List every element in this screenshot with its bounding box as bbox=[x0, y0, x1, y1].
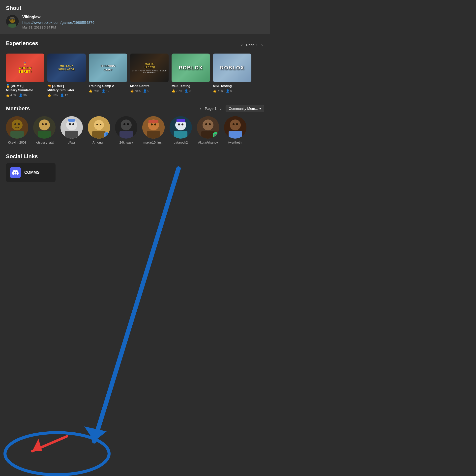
svg-point-38 bbox=[154, 123, 156, 125]
experiences-page-label: Page 1 bbox=[246, 43, 258, 47]
game-card-4[interactable]: ROBLOX MS2 Testing 👍 70% 👤 0 bbox=[172, 54, 210, 97]
svg-rect-41 bbox=[174, 131, 187, 139]
member-item-7[interactable]: 🎮 AkulaArkanov bbox=[197, 116, 219, 144]
svg-rect-36 bbox=[149, 120, 158, 123]
members-prev-button[interactable]: ‹ bbox=[198, 105, 203, 112]
thumbs-up-icon-1: 👍 bbox=[47, 93, 51, 97]
svg-point-29 bbox=[121, 119, 132, 130]
chevron-down-icon: ▾ bbox=[259, 107, 261, 111]
game-thumb-5: ROBLOX bbox=[213, 54, 251, 82]
member-item-3[interactable]: 👤 Among... bbox=[88, 116, 110, 144]
game-players-3: 👤 0 bbox=[143, 89, 149, 93]
game-thumb-2: TRAININGCAMP bbox=[89, 54, 127, 82]
game-stats-1: 👍 53% 👤 12 bbox=[47, 93, 86, 97]
game-thumbnail-3: MAFIAUPDATE START YOUR OWN MAFIA, BUILD … bbox=[130, 54, 169, 82]
svg-rect-14 bbox=[38, 131, 51, 139]
svg-point-57 bbox=[5, 433, 109, 475]
svg-point-11 bbox=[18, 123, 20, 125]
member-item-0[interactable]: Kkevinn2008 bbox=[6, 116, 28, 144]
game-players-4: 👤 0 bbox=[184, 89, 191, 93]
game-card-0[interactable]: 🏅 GREEN BERET! 🏅 [ARMY!]Military Simulat… bbox=[6, 54, 44, 97]
member-item-4[interactable]: 24k_sasy bbox=[115, 116, 137, 144]
members-next-button[interactable]: › bbox=[219, 105, 223, 112]
member-name-0: Kkevinn2008 bbox=[8, 141, 26, 144]
players-icon-3: 👤 bbox=[143, 89, 147, 93]
member-name-1: notsussy_atal bbox=[34, 141, 54, 144]
svg-point-8 bbox=[12, 119, 23, 130]
shout-title: Shout bbox=[6, 5, 264, 11]
member-badge-3: 👤 bbox=[104, 132, 110, 138]
member-item-6[interactable]: patarock2 bbox=[170, 116, 192, 144]
shout-content: Vikinglaw https://www.roblox.com/games/2… bbox=[6, 15, 264, 29]
member-item-2[interactable]: JAaz bbox=[60, 116, 83, 144]
shout-username[interactable]: Vikinglaw bbox=[22, 15, 94, 19]
members-filter-dropdown[interactable]: Community Mem... ▾ bbox=[226, 105, 264, 112]
svg-point-51 bbox=[230, 119, 241, 130]
member-item-1[interactable]: notsussy_atal bbox=[33, 116, 56, 144]
players-icon-5: 👤 bbox=[226, 89, 230, 93]
game-card-3[interactable]: MAFIAUPDATE START YOUR OWN MAFIA, BUILD … bbox=[130, 54, 169, 97]
svg-point-6 bbox=[13, 19, 15, 21]
svg-point-21 bbox=[72, 123, 74, 125]
discord-icon bbox=[10, 167, 21, 178]
svg-rect-2 bbox=[8, 24, 16, 28]
svg-point-16 bbox=[45, 123, 47, 125]
shout-section: Shout Vikinglaw https://www.roblox.com/g… bbox=[0, 0, 270, 34]
member-avatar-7: 🎮 bbox=[197, 116, 219, 139]
svg-rect-52 bbox=[229, 131, 242, 139]
member-avatar-3: 👤 bbox=[88, 116, 110, 139]
players-icon-0: 👤 bbox=[19, 93, 23, 97]
game-name-2: Training Camp 2 bbox=[89, 84, 127, 88]
svg-point-13 bbox=[39, 119, 50, 130]
thumbs-up-icon-4: 👍 bbox=[172, 89, 175, 93]
members-section: Members ‹ Page 1 › Community Mem... ▾ bbox=[0, 101, 270, 148]
game-stats-4: 👍 70% 👤 0 bbox=[172, 89, 210, 93]
experiences-prev-button[interactable]: ‹ bbox=[239, 41, 244, 49]
game-card-1[interactable]: MILITARYSIMULATOR 🔫 [ARMY]Military Simul… bbox=[47, 54, 86, 97]
member-name-8: tylerthethi bbox=[228, 141, 242, 144]
thumbs-up-icon-5: 👍 bbox=[213, 89, 217, 93]
social-link-discord[interactable]: COMMS bbox=[6, 163, 56, 182]
game-stats-3: 👍 68% 👤 0 bbox=[130, 89, 169, 93]
game-card-5[interactable]: ROBLOX MS1 Testing 👍 71% 👤 0 bbox=[213, 54, 251, 97]
svg-rect-19 bbox=[65, 131, 78, 139]
svg-point-48 bbox=[205, 123, 207, 125]
game-thumb-3: MAFIAUPDATE START YOUR OWN MAFIA, BUILD … bbox=[130, 54, 169, 82]
member-name-7: AkulaArkanov bbox=[198, 141, 218, 144]
svg-point-31 bbox=[123, 123, 125, 125]
svg-rect-42 bbox=[177, 119, 185, 122]
shout-url[interactable]: https://www.roblox.com/games/2988554876 bbox=[22, 20, 94, 25]
member-item-5[interactable]: maxin10_lm... bbox=[142, 116, 165, 144]
member-avatar-8 bbox=[224, 116, 246, 139]
svg-rect-4 bbox=[10, 18, 15, 19]
game-rating-3: 👍 68% bbox=[130, 89, 141, 93]
svg-point-44 bbox=[181, 123, 183, 125]
shout-info: Vikinglaw https://www.roblox.com/games/2… bbox=[22, 15, 94, 29]
game-stats-5: 👍 71% 👤 0 bbox=[213, 89, 251, 93]
member-avatar-5 bbox=[142, 116, 165, 139]
svg-point-10 bbox=[14, 123, 16, 125]
member-avatar-1 bbox=[33, 116, 56, 139]
social-links-title: Social Links bbox=[6, 153, 264, 160]
svg-rect-30 bbox=[119, 131, 133, 139]
svg-point-54 bbox=[236, 123, 238, 125]
game-card-2[interactable]: TRAININGCAMP Training Camp 2 👍 75% 👤 12 bbox=[89, 54, 127, 97]
experiences-section: Experiences ‹ Page 1 › 🏅 GREEN BERET! 🏅 … bbox=[0, 34, 270, 101]
players-icon-4: 👤 bbox=[184, 89, 188, 93]
experiences-pagination: ‹ Page 1 › bbox=[239, 41, 264, 49]
game-name-0: 🏅 [ARMY!]Military Simulator bbox=[6, 84, 44, 92]
game-thumbnail-4: ROBLOX bbox=[172, 54, 210, 82]
svg-line-58 bbox=[32, 436, 67, 451]
experiences-title: Experiences bbox=[6, 40, 38, 47]
member-item-8[interactable]: tylerthethi bbox=[224, 116, 246, 144]
member-avatar-2 bbox=[60, 116, 83, 139]
game-thumbnail-1: MILITARYSIMULATOR bbox=[47, 54, 86, 82]
experiences-next-button[interactable]: › bbox=[260, 41, 264, 49]
game-thumbnail-0: 🏅 GREEN BERET! bbox=[6, 54, 44, 82]
game-name-3: Mafia Centre bbox=[130, 84, 169, 88]
member-badge-7: 🎮 bbox=[213, 132, 219, 138]
members-grid: Kkevinn2008 notsussy_atal bbox=[6, 116, 264, 144]
game-thumbnail-5: ROBLOX bbox=[213, 54, 251, 82]
game-name-1: 🔫 [ARMY]Military Simulator bbox=[47, 84, 86, 92]
games-grid: 🏅 GREEN BERET! 🏅 [ARMY!]Military Simulat… bbox=[6, 54, 264, 97]
